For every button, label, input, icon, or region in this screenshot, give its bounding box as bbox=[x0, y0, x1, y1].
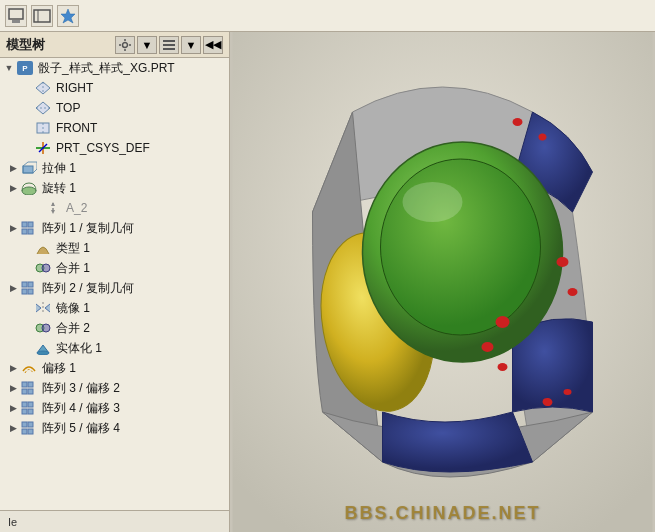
revolve1-arrow bbox=[6, 181, 20, 195]
tree-item-pattern5[interactable]: 阵列 5 / 偏移 4 bbox=[0, 418, 229, 438]
svg-point-66 bbox=[564, 389, 572, 395]
model-svg bbox=[230, 32, 655, 532]
tree-item-extrude1[interactable]: 拉伸 1 bbox=[0, 158, 229, 178]
pattern5-arrow bbox=[6, 421, 20, 435]
svg-rect-47 bbox=[28, 402, 33, 407]
tree-item-solidify1[interactable]: 实体化 1 bbox=[0, 338, 229, 358]
pattern5-label: 阵列 5 / 偏移 4 bbox=[42, 420, 120, 437]
svg-rect-52 bbox=[22, 429, 27, 434]
bottom-bar: Ie bbox=[0, 510, 229, 532]
tree-item-type1[interactable]: 类型 1 bbox=[0, 238, 229, 258]
a2-label: A_2 bbox=[66, 201, 87, 215]
pattern1-arrow bbox=[6, 221, 20, 235]
tree-item-pattern3[interactable]: 阵列 3 / 偏移 2 bbox=[0, 378, 229, 398]
csys-arrow bbox=[20, 141, 34, 155]
solidify1-label: 实体化 1 bbox=[56, 340, 102, 357]
panel-title: 模型树 bbox=[6, 36, 45, 54]
pattern2-icon bbox=[20, 280, 38, 296]
panel-settings-icon[interactable] bbox=[115, 36, 135, 54]
tree-item-a2[interactable]: A_2 bbox=[0, 198, 229, 218]
tree-item-csys[interactable]: PRT_CSYS_DEF bbox=[0, 138, 229, 158]
offset1-label: 偏移 1 bbox=[42, 360, 76, 377]
tree-item-mirror1[interactable]: 镜像 1 bbox=[0, 298, 229, 318]
extrude1-label: 拉伸 1 bbox=[42, 160, 76, 177]
merge2-label: 合并 2 bbox=[56, 320, 90, 337]
svg-rect-30 bbox=[22, 229, 27, 234]
tree-item-pattern2[interactable]: 阵列 2 / 复制几何 bbox=[0, 278, 229, 298]
svg-rect-29 bbox=[28, 222, 33, 227]
merge1-label: 合并 1 bbox=[56, 260, 90, 277]
tree-item-merge1[interactable]: 合并 1 bbox=[0, 258, 229, 278]
svg-point-64 bbox=[498, 363, 508, 371]
svg-rect-31 bbox=[28, 229, 33, 234]
svg-rect-1 bbox=[12, 20, 20, 23]
pattern1-label: 阵列 1 / 复制几何 bbox=[42, 220, 134, 237]
left-panel: 模型树 ▼ bbox=[0, 32, 230, 532]
panel-list-icon[interactable] bbox=[159, 36, 179, 54]
tree-item-revolve1[interactable]: 旋转 1 bbox=[0, 178, 229, 198]
tree-item-merge2[interactable]: 合并 2 bbox=[0, 318, 229, 338]
tree-scroll-container: P 骰子_样式_样式_XG.PRT RIGHT bbox=[0, 58, 229, 510]
svg-rect-43 bbox=[28, 382, 33, 387]
svg-rect-45 bbox=[28, 389, 33, 394]
viewport: BBS.CHINADE.NET bbox=[230, 32, 655, 532]
svg-point-24 bbox=[22, 187, 36, 195]
svg-point-60 bbox=[557, 257, 569, 267]
right-arrow bbox=[20, 81, 34, 95]
pattern2-arrow bbox=[6, 281, 20, 295]
panel-dropdown-icon[interactable]: ▼ bbox=[137, 36, 157, 54]
panel-collapse-icon[interactable]: ◀◀ bbox=[203, 36, 223, 54]
svg-point-63 bbox=[482, 342, 494, 352]
svg-rect-48 bbox=[22, 409, 27, 414]
right-plane-icon bbox=[34, 80, 52, 96]
svg-rect-37 bbox=[28, 289, 33, 294]
tree-item-offset1[interactable]: 偏移 1 bbox=[0, 358, 229, 378]
revolve1-label: 旋转 1 bbox=[42, 180, 76, 197]
tree-item-right[interactable]: RIGHT bbox=[0, 78, 229, 98]
offset1-arrow bbox=[6, 361, 20, 375]
tree-item-top[interactable]: TOP bbox=[0, 98, 229, 118]
svg-point-40 bbox=[42, 324, 50, 332]
tree-items-wrapper[interactable]: P 骰子_样式_样式_XG.PRT RIGHT bbox=[0, 58, 229, 510]
pattern5-icon bbox=[20, 420, 38, 436]
tree-item-front[interactable]: FRONT bbox=[0, 118, 229, 138]
tree-item-pattern1[interactable]: 阵列 1 / 复制几何 bbox=[0, 218, 229, 238]
mirror1-icon bbox=[34, 300, 52, 316]
type1-icon bbox=[34, 240, 52, 256]
root-arrow bbox=[2, 61, 16, 75]
svg-rect-10 bbox=[163, 40, 175, 42]
type1-label: 类型 1 bbox=[56, 240, 90, 257]
svg-rect-35 bbox=[28, 282, 33, 287]
svg-rect-11 bbox=[163, 44, 175, 46]
merge2-icon bbox=[34, 320, 52, 336]
svg-rect-2 bbox=[34, 10, 50, 22]
front-plane-icon bbox=[34, 120, 52, 136]
svg-rect-22 bbox=[23, 166, 33, 173]
pattern3-arrow bbox=[6, 381, 20, 395]
pattern4-arrow bbox=[6, 401, 20, 415]
svg-rect-28 bbox=[22, 222, 27, 227]
svg-point-58 bbox=[513, 118, 523, 126]
status-text: Ie bbox=[8, 516, 17, 528]
a2-arrow bbox=[30, 201, 44, 215]
svg-rect-51 bbox=[28, 422, 33, 427]
part-icon: P bbox=[16, 60, 34, 76]
csys-icon bbox=[34, 140, 52, 156]
pattern3-label: 阵列 3 / 偏移 2 bbox=[42, 380, 120, 397]
panel-list-dropdown-icon[interactable]: ▼ bbox=[181, 36, 201, 54]
svg-point-33 bbox=[42, 264, 50, 272]
svg-point-61 bbox=[568, 288, 578, 296]
main-toolbar bbox=[0, 0, 655, 32]
solidify1-arrow bbox=[20, 341, 34, 355]
toolbar-icon-2[interactable] bbox=[31, 5, 53, 27]
toolbar-icon-star[interactable] bbox=[57, 5, 79, 27]
tree-item-pattern4[interactable]: 阵列 4 / 偏移 3 bbox=[0, 398, 229, 418]
svg-rect-44 bbox=[22, 389, 27, 394]
svg-rect-49 bbox=[28, 409, 33, 414]
root-label: 骰子_样式_样式_XG.PRT bbox=[38, 60, 174, 77]
toolbar-icon-1[interactable] bbox=[5, 5, 27, 27]
svg-marker-27 bbox=[51, 210, 55, 214]
tree-root-item[interactable]: P 骰子_样式_样式_XG.PRT bbox=[0, 58, 229, 78]
svg-rect-46 bbox=[22, 402, 27, 407]
svg-point-62 bbox=[496, 316, 510, 328]
